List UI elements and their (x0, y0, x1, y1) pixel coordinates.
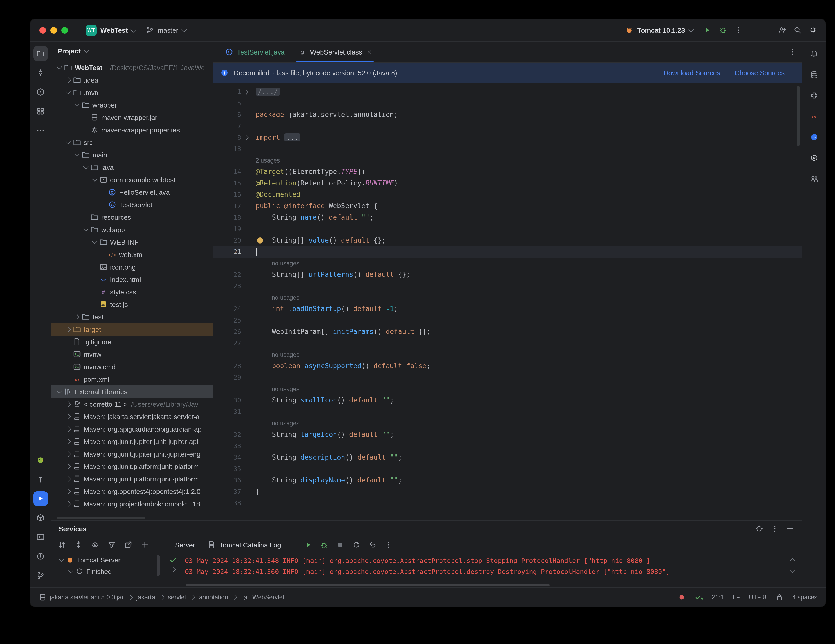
code-line-23[interactable]: 23 (213, 281, 802, 292)
services-tab-tomcat-catalina-log[interactable]: Tomcat Catalina Log (208, 541, 281, 549)
sort-button[interactable] (58, 541, 66, 549)
code-line-14[interactable]: 14@Target({ElementType.TYPE}) (213, 166, 802, 178)
breadcrumb-jakarta[interactable]: jakarta (136, 594, 155, 601)
add-service-button[interactable] (141, 541, 149, 549)
tree-item-mvn[interactable]: .mvn (52, 86, 213, 99)
tree-item-webapp[interactable]: webapp (52, 223, 213, 236)
chevron-right-icon[interactable] (65, 477, 72, 481)
editor-scrollbar[interactable] (796, 86, 800, 146)
code-line-7[interactable]: 7 (213, 120, 802, 132)
tree-item-main[interactable]: main (52, 149, 213, 161)
zoom-window-button[interactable] (61, 27, 68, 34)
redeploy-button[interactable] (352, 541, 361, 549)
fold-marker-icon[interactable] (241, 86, 250, 97)
code-line-34[interactable]: 34 String description() default ""; (213, 452, 802, 463)
toolwindow-services-button[interactable] (33, 491, 48, 506)
tree-item-style-css[interactable]: #style.css (52, 286, 213, 298)
project-tree[interactable]: WebTest~/Desktop/CS/JavaEE/1 JavaWe.idea… (52, 60, 213, 521)
code-with-me-button[interactable] (778, 26, 786, 34)
services-tree-scrollbar[interactable] (157, 555, 159, 576)
stop-button[interactable] (336, 541, 344, 549)
group-by-button[interactable] (755, 524, 763, 533)
chevron-right-icon[interactable] (65, 490, 72, 493)
usages-inlay-hint[interactable]: no usages (272, 292, 299, 303)
usages-inlay-hint[interactable]: no usages (272, 418, 299, 429)
chevron-right-icon[interactable] (65, 415, 72, 419)
more-run-options-button[interactable] (385, 541, 393, 549)
editor-tab-webservlet-class[interactable]: @WebServlet.class× (291, 42, 379, 62)
tree-item-maven-org-junit-jupiter-junit-jupiter-api[interactable]: Maven: org.junit.jupiter:junit-jupiter-a… (52, 435, 213, 448)
breadcrumb-servlet[interactable]: servlet (168, 594, 186, 601)
caret-position-widget[interactable]: 21:1 (712, 594, 724, 601)
toolwindow-packages-button[interactable] (33, 511, 48, 525)
toolwindow-code-with-me-button[interactable] (807, 171, 821, 186)
hide-panel-button[interactable] (786, 524, 794, 533)
chevron-down-icon[interactable] (91, 241, 99, 243)
chevron-right-icon[interactable] (65, 502, 72, 506)
chevron-up-icon[interactable] (790, 558, 795, 563)
tree-item-mvnw[interactable]: mvnw (52, 348, 213, 360)
toolwindow-commit-button[interactable] (33, 65, 48, 80)
tree-item-external-libraries[interactable]: External Libraries (52, 385, 213, 398)
project-horizontal-scrollbar[interactable] (57, 517, 145, 519)
toolwindow-more-tool-windows-button[interactable] (33, 123, 48, 138)
toolwindow-problems-button[interactable] (33, 549, 48, 563)
plugin-widget-icon[interactable] (677, 593, 686, 602)
tree-item-maven-org-projectlombok-lombok-1-18[interactable]: Maven: org.projectlombok:lombok:1.18. (52, 498, 213, 510)
toolwindow-build-button[interactable] (33, 472, 48, 487)
encoding-widget[interactable]: UTF-8 (749, 594, 767, 601)
code-line-36[interactable]: 36 String displayName() default ""; (213, 475, 802, 486)
tree-item-pom-xml[interactable]: mpom.xml (52, 373, 213, 385)
tree-item-test-js[interactable]: JStest.js (52, 298, 213, 311)
tree-item-maven-jakarta-servlet-jakarta-servlet-a[interactable]: Maven: jakarta.servlet:jakarta.servlet-a (52, 410, 213, 423)
tree-item-web-inf[interactable]: WEB-INF (52, 236, 213, 248)
open-in-new-tab-button[interactable] (124, 541, 133, 549)
chevron-right-icon[interactable] (65, 328, 72, 331)
code-line-1[interactable]: 1/.../ (213, 86, 802, 97)
more-actions-button[interactable] (734, 26, 742, 34)
toolwindow-notifications-button[interactable] (807, 47, 821, 61)
toolwindow-pull-requests-button[interactable] (33, 84, 48, 99)
run-button[interactable] (703, 26, 712, 34)
view-options-button[interactable] (91, 541, 99, 549)
code-line-15[interactable]: 15@Retention(RetentionPolicy.RUNTIME) (213, 178, 802, 189)
code-line-19[interactable]: 19 (213, 223, 802, 235)
chevron-right-icon[interactable] (65, 427, 72, 431)
tree-item-maven-wrapper-jar[interactable]: maven-wrapper.jar (52, 111, 213, 123)
code-line-25[interactable]: 25 (213, 315, 802, 326)
code-line-27[interactable]: 27 (213, 337, 802, 349)
close-tab-icon[interactable]: × (367, 48, 372, 55)
collapse-all-button[interactable] (74, 541, 83, 549)
tree-item-java[interactable]: java (52, 161, 213, 174)
tree-item-maven-wrapper-properties[interactable]: maven-wrapper.properties (52, 123, 213, 136)
usages-inlay-hint[interactable]: no usages (272, 383, 299, 395)
chevron-right-icon[interactable] (73, 315, 81, 319)
fold-marker-icon[interactable] (241, 132, 250, 143)
chevron-right-icon[interactable] (65, 465, 72, 468)
code-line-20[interactable]: 20 String[] value() default {}; (213, 235, 802, 246)
project-widget[interactable]: WT WebTest (83, 23, 138, 38)
tree-item-src[interactable]: src (52, 136, 213, 149)
tree-item-maven-org-junit-platform-junit-platform[interactable]: Maven: org.junit.platform:junit-platform (52, 460, 213, 473)
intention-bulb-icon[interactable] (257, 237, 263, 243)
toolwindow-ai-assistant-button[interactable] (807, 151, 821, 165)
filter-button[interactable] (107, 541, 116, 549)
run-button[interactable] (304, 541, 312, 549)
usages-inlay-hint[interactable]: no usages (272, 349, 299, 360)
tree-item-target[interactable]: target (52, 323, 213, 336)
tree-item-finished[interactable]: Finished (52, 566, 161, 577)
branch-widget[interactable]: master (143, 24, 189, 36)
toolwindow-terminal-button[interactable] (33, 530, 48, 544)
tree-item-maven-org-junit-jupiter-junit-jupiter-eng[interactable]: Maven: org.junit.jupiter:junit-jupiter-e… (52, 448, 213, 460)
tree-item-corretto-11[interactable]: < corretto-11 >/Users/eve/Library/Jav (52, 398, 213, 410)
code-line-29[interactable]: 29 (213, 372, 802, 383)
code-line-35[interactable]: 35 (213, 463, 802, 475)
search-everywhere-button[interactable] (793, 26, 802, 34)
code-line-22[interactable]: 22 String[] urlPatterns() default {}; (213, 269, 802, 281)
close-window-button[interactable] (39, 27, 46, 34)
indent-widget[interactable]: 4 spaces (793, 594, 817, 601)
banner-action-choose-sources[interactable]: Choose Sources... (735, 69, 790, 76)
tree-item-maven-org-junit-platform-junit-platform[interactable]: Maven: org.junit.platform:junit-platform (52, 473, 213, 485)
chevron-right-icon[interactable] (65, 440, 72, 443)
tree-item-maven-org-opentest4j-opentest4j-1-2-0[interactable]: Maven: org.opentest4j:opentest4j:1.2.0 (52, 485, 213, 498)
